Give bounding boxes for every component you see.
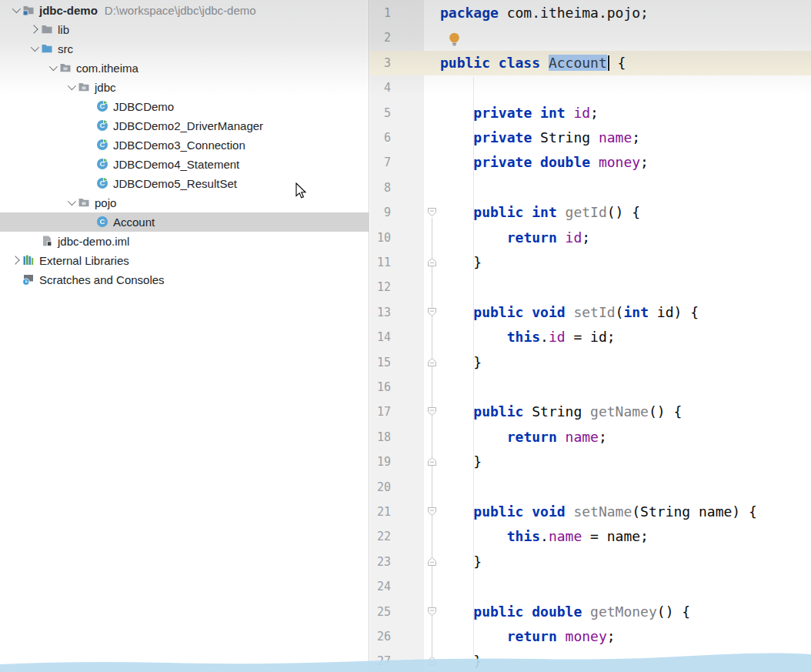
code-line[interactable]: 26 return money; — [370, 624, 811, 649]
code-token — [557, 429, 566, 445]
package-icon — [78, 81, 90, 93]
line-number[interactable]: 13 — [370, 300, 391, 325]
code-line[interactable]: 10 return id; — [370, 226, 811, 250]
code-line[interactable]: 16 — [370, 375, 811, 400]
line-number[interactable]: 9 — [370, 200, 391, 225]
code-line[interactable]: 13 public void setId(int id) { — [370, 300, 811, 325]
tree-item-account[interactable]: CAccount — [0, 212, 369, 232]
line-number[interactable]: 17 — [370, 400, 391, 424]
tree-item-jdbcdemo[interactable]: CJDBCDemo — [0, 97, 369, 116]
code-line[interactable]: 9 public int getId() { — [370, 200, 811, 225]
code-line[interactable]: 25 public double getMoney() { — [370, 600, 811, 624]
line-number[interactable]: 7 — [370, 150, 391, 175]
line-number[interactable]: 14 — [370, 325, 391, 349]
chevron-down-icon[interactable] — [26, 42, 41, 55]
chevron-right-icon[interactable] — [26, 23, 41, 35]
line-number[interactable]: 25 — [370, 600, 391, 624]
fold-marker-up-icon[interactable] — [427, 257, 437, 267]
tree-item-jdbc-demo[interactable]: jdbc-demoD:\workspace\jdbc\jdbc-demo — [0, 1, 369, 20]
fold-marker-down-icon[interactable] — [427, 207, 437, 217]
line-number[interactable]: 4 — [370, 75, 391, 100]
fold-marker-down-icon[interactable] — [427, 406, 437, 416]
code-line[interactable]: 18 return name; — [370, 425, 811, 450]
code-line[interactable]: 7 private double money; — [370, 150, 811, 175]
code-line[interactable]: 21 public void setName(String name) { — [370, 500, 811, 524]
line-number[interactable]: 6 — [370, 125, 391, 150]
line-number[interactable]: 3 — [370, 51, 391, 75]
code-line[interactable]: 8 — [370, 176, 811, 200]
tree-item-jdbcdemo4-statement[interactable]: CJDBCDemo4_Statement — [0, 155, 369, 174]
line-number[interactable]: 21 — [370, 500, 391, 524]
code-token: package — [440, 5, 499, 21]
code-line[interactable]: 2 — [370, 25, 811, 50]
fold-marker-up-icon[interactable] — [427, 557, 437, 567]
code-line[interactable]: 12 — [370, 275, 811, 299]
code-token: setName — [573, 503, 632, 520]
code-line-text: public class Account { — [440, 51, 811, 75]
class-runnable-icon: C — [96, 139, 108, 151]
code-line[interactable]: 20 — [370, 475, 811, 500]
line-number[interactable]: 5 — [370, 101, 391, 125]
tree-item-scratches-and-consoles[interactable]: Scratches and Consoles — [0, 270, 369, 289]
chevron-down-icon[interactable] — [63, 81, 78, 93]
code-line[interactable]: 4 — [370, 75, 811, 100]
fold-marker-up-icon[interactable] — [427, 456, 437, 466]
line-number[interactable]: 27 — [370, 649, 391, 672]
chevron-down-icon[interactable] — [63, 196, 78, 209]
code-line-text: private int id; — [440, 101, 811, 125]
line-number[interactable]: 26 — [370, 624, 391, 649]
line-number[interactable]: 23 — [370, 550, 391, 574]
line-number[interactable]: 8 — [370, 176, 391, 200]
chevron-down-icon[interactable] — [8, 4, 22, 16]
code-editor[interactable]: 1package com.itheima.pojo;23public class… — [370, 0, 811, 672]
line-number[interactable]: 10 — [370, 226, 391, 250]
tree-item-jdbc[interactable]: jdbc — [0, 78, 369, 97]
tree-item-jdbc-demo-iml[interactable]: jdbc-demo.iml — [0, 232, 369, 251]
line-number[interactable]: 12 — [370, 275, 391, 299]
code-line[interactable]: 14 this.id = id; — [370, 325, 811, 349]
code-token: setId — [573, 304, 615, 320]
tree-item-label: lib — [58, 23, 69, 36]
line-number[interactable]: 22 — [370, 524, 391, 549]
code-line[interactable]: 19 } — [370, 450, 811, 474]
code-token — [440, 403, 473, 420]
code-token: } — [440, 553, 482, 570]
fold-marker-down-icon[interactable] — [427, 607, 437, 617]
line-number[interactable]: 19 — [370, 450, 391, 474]
line-number[interactable]: 1 — [370, 1, 391, 25]
fold-marker-up-icon[interactable] — [427, 357, 437, 367]
line-number[interactable]: 18 — [370, 425, 391, 450]
line-number[interactable]: 16 — [370, 375, 391, 400]
fold-marker-down-icon[interactable] — [427, 307, 437, 317]
code-line[interactable]: 27 } — [370, 649, 811, 672]
line-number[interactable]: 24 — [370, 574, 391, 599]
code-line[interactable]: 5 private int id; — [370, 101, 811, 125]
line-number[interactable]: 2 — [370, 25, 391, 50]
code-line[interactable]: 11 } — [370, 250, 811, 275]
line-number[interactable]: 20 — [370, 475, 391, 500]
code-line[interactable]: 1package com.itheima.pojo; — [370, 1, 811, 25]
chevron-right-icon[interactable] — [8, 254, 22, 266]
fold-marker-up-icon[interactable] — [427, 656, 437, 666]
code-line[interactable]: 3public class Account { — [370, 51, 811, 75]
code-line[interactable]: 23 } — [370, 550, 811, 574]
tree-item-src[interactable]: src — [0, 39, 369, 59]
fold-marker-down-icon[interactable] — [427, 507, 437, 517]
tree-item-jdbcdemo5-resultset[interactable]: CJDBCDemo5_ResultSet — [0, 174, 369, 193]
tree-item-lib[interactable]: lib — [0, 20, 369, 39]
intention-bulb-icon[interactable] — [448, 32, 461, 47]
code-line[interactable]: 6 private String name; — [370, 125, 811, 150]
code-line[interactable]: 15 } — [370, 350, 811, 375]
line-number[interactable]: 15 — [370, 350, 391, 375]
code-line[interactable]: 24 — [370, 574, 811, 599]
code-line[interactable]: 17 public String getName() { — [370, 400, 811, 424]
code-token: () { — [607, 204, 640, 220]
tree-item-jdbcdemo2-drivermanager[interactable]: CJDBCDemo2_DriverManager — [0, 116, 369, 135]
code-line[interactable]: 22 this.name = name; — [370, 524, 811, 549]
tree-item-pojo[interactable]: pojo — [0, 193, 369, 212]
tree-item-external-libraries[interactable]: External Libraries — [0, 251, 369, 270]
line-number[interactable]: 11 — [370, 250, 391, 275]
tree-item-com-itheima[interactable]: com.itheima — [0, 59, 369, 78]
chevron-down-icon[interactable] — [45, 62, 59, 74]
tree-item-jdbcdemo3-connection[interactable]: CJDBCDemo3_Connection — [0, 135, 369, 155]
